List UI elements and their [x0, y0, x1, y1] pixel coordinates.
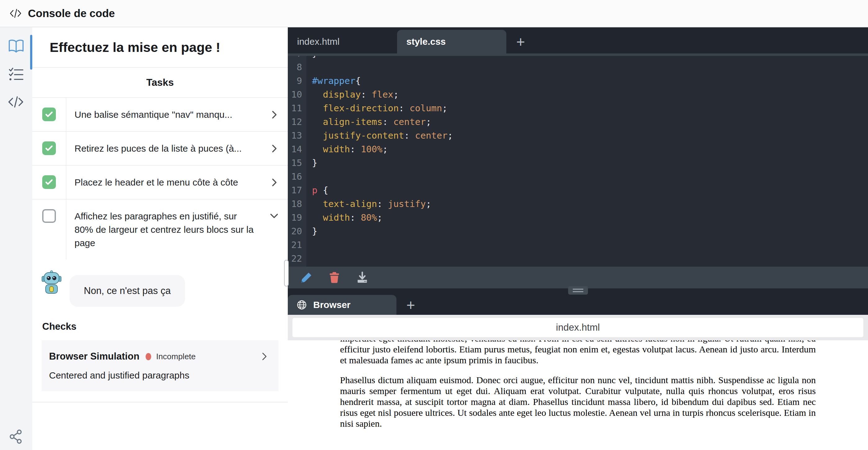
browser-tabbar: Browser + [288, 293, 868, 315]
sidebar-item-guide[interactable] [7, 37, 25, 56]
tab-browser[interactable]: Browser [288, 295, 397, 315]
active-section-indicator [30, 35, 32, 69]
add-editor-tab-button[interactable]: + [506, 30, 535, 53]
code-line[interactable]: 20} [288, 224, 868, 238]
line-number: 8 [288, 60, 306, 74]
check-description: Centered and justified paragraphs [49, 370, 270, 381]
task-label: Une balise sémantique "nav" manqu... [66, 98, 260, 131]
browser-viewport[interactable]: imperdiet eget tincidunt molestie, venen… [288, 340, 868, 450]
tasks-header: Tasks [32, 68, 288, 98]
line-number: 19 [288, 211, 306, 224]
code-line[interactable]: 9#wrapper{ [288, 74, 868, 88]
code-line[interactable]: 13 justify-content: center; [288, 129, 868, 142]
sidebar-item-code[interactable] [7, 93, 25, 111]
task-checkbox[interactable] [32, 98, 66, 131]
task-panel: Effectuez la mise en page ! Tasks Une ba… [32, 27, 288, 450]
line-number: 13 [288, 129, 306, 142]
code-lines: 7}89#wrapper{10 display: flex;11 flex-di… [288, 56, 868, 265]
unchecked-checkbox-icon [42, 209, 56, 223]
check-card[interactable]: Browser Simulation Incomplete Centered a… [41, 340, 278, 391]
code-line[interactable]: 14 width: 100%; [288, 142, 868, 156]
delete-button[interactable] [328, 271, 341, 284]
task-expand-button[interactable] [260, 166, 288, 199]
main-layout: Effectuez la mise en page ! Tasks Une ba… [0, 27, 868, 450]
checked-checkbox-icon [42, 175, 56, 189]
code-editor[interactable]: 7}89#wrapper{10 display: flex;11 flex-di… [288, 56, 868, 266]
task-row: Affichez les paragraphes en justifié, su… [32, 199, 288, 259]
page-paragraph: imperdiet eget tincidunt molestie, venen… [340, 340, 816, 365]
checked-checkbox-icon [42, 108, 56, 121]
task-checkbox[interactable] [32, 166, 66, 199]
code-line[interactable]: 15} [288, 156, 868, 170]
chevron-right-icon [269, 177, 280, 188]
line-number: 18 [288, 197, 306, 211]
line-number: 10 [288, 88, 306, 101]
line-number: 11 [288, 101, 306, 115]
task-checkbox[interactable] [32, 199, 66, 259]
book-icon [7, 38, 25, 55]
chevron-right-icon [269, 143, 280, 154]
tab-style-css[interactable]: style.css [397, 30, 506, 53]
page-paragraphs: imperdiet eget tincidunt molestie, venen… [340, 340, 816, 429]
code-line[interactable]: 21 [288, 238, 868, 252]
tab-index-html[interactable]: index.html [288, 30, 397, 53]
add-browser-tab-button[interactable]: + [397, 295, 425, 315]
share-button[interactable] [9, 429, 24, 444]
code-line[interactable]: 7} [288, 56, 868, 60]
line-number: 14 [288, 142, 306, 156]
save-download-button[interactable] [355, 271, 369, 284]
editor-toolbar [288, 266, 868, 288]
resize-handle[interactable] [568, 286, 588, 294]
line-number: 7 [288, 56, 306, 60]
task-expand-button[interactable] [260, 98, 288, 131]
editor-tabbar: index.html style.css + [288, 27, 868, 53]
task-row: Retirez les puces de la liste à puces (à… [32, 132, 288, 166]
assistant-row: Non, ce n'est pas ça [32, 259, 288, 307]
line-number: 20 [288, 224, 306, 238]
code-line[interactable]: 17p { [288, 184, 868, 197]
task-label: Affichez les paragraphes en justifié, su… [66, 199, 260, 259]
tab-strip [288, 53, 868, 56]
checklist-icon [8, 66, 24, 82]
code-line[interactable]: 19 width: 80%; [288, 211, 868, 224]
task-row: Une balise sémantique "nav" manqu... [32, 98, 288, 132]
code-line[interactable]: 10 display: flex; [288, 88, 868, 101]
chevron-right-icon [258, 351, 270, 362]
status-badge: Incomplete [156, 352, 195, 361]
check-title: Browser Simulation [49, 351, 140, 362]
code-logo-icon [9, 7, 22, 20]
code-line[interactable]: 18 text-align: justify; [288, 197, 868, 211]
line-number: 15 [288, 156, 306, 170]
robot-avatar [41, 270, 61, 294]
line-number: 21 [288, 238, 306, 252]
line-number: 9 [288, 74, 306, 88]
task-expand-button[interactable] [260, 199, 288, 259]
code-line[interactable]: 22 [288, 252, 868, 265]
task-row: Placez le header et le menu côte à côte [32, 166, 288, 199]
line-number: 22 [288, 252, 306, 265]
task-label: Placez le header et le menu côte à côte [66, 166, 260, 199]
url-field[interactable]: index.html [292, 318, 863, 337]
checks-header: Checks [42, 321, 288, 332]
line-number: 17 [288, 184, 306, 197]
pencil-icon [300, 271, 313, 284]
split-divider [288, 288, 868, 293]
exercise-header: Effectuez la mise en page ! [32, 27, 288, 68]
code-line[interactable]: 8 [288, 60, 868, 74]
sidebar-item-tasks[interactable] [7, 65, 25, 83]
browser-address-bar: index.html [288, 315, 868, 340]
line-number: 12 [288, 115, 306, 129]
panel-scrollbar-thumb[interactable] [284, 260, 289, 286]
code-line[interactable]: 11 flex-direction: column; [288, 101, 868, 115]
editor-column: index.html style.css + 7}89#wrapper{10 d… [288, 27, 868, 450]
code-line[interactable]: 16 [288, 170, 868, 184]
code-icon [7, 93, 25, 111]
task-expand-button[interactable] [260, 132, 288, 165]
edit-button[interactable] [300, 271, 313, 284]
panel-divider [32, 402, 288, 402]
task-checkbox[interactable] [32, 132, 66, 165]
share-icon [9, 429, 24, 444]
code-line[interactable]: 12 align-items: center; [288, 115, 868, 129]
page-paragraph: Phasellus dictum aliquam euismod. Donec … [340, 374, 816, 429]
chevron-right-icon [269, 109, 280, 120]
